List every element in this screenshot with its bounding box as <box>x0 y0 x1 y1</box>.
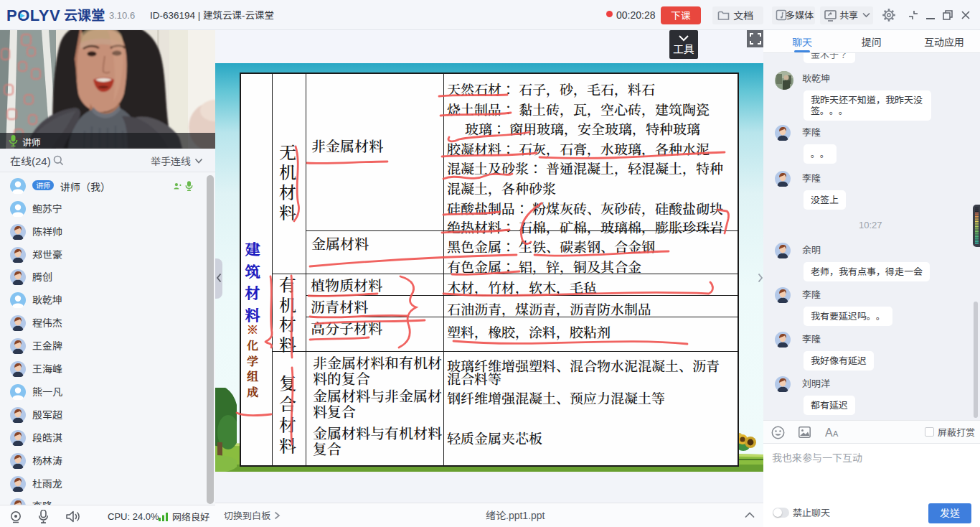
svg-text:A: A <box>825 426 833 438</box>
svg-text:A: A <box>833 429 839 438</box>
